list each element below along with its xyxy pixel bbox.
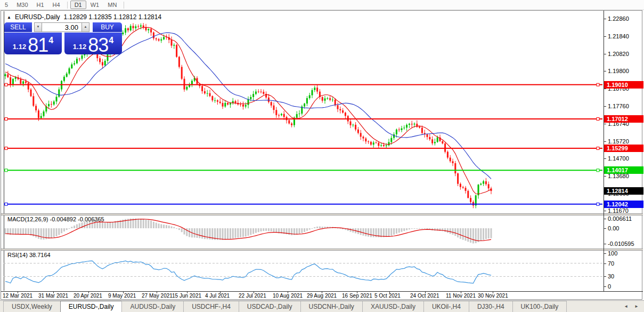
sell-price-sup: 4 — [48, 36, 53, 45]
symbol-tab-xauusd-daily[interactable]: XAUUSD-,Daily — [362, 301, 424, 312]
buy-price-big: 83 — [88, 37, 108, 53]
date-label: 4 Jul 2021 — [205, 293, 230, 299]
date-tick-mark — [254, 291, 254, 293]
tab-scroll-controls: ◄► — [624, 301, 644, 312]
date-label: 11 Nov 2021 — [446, 293, 476, 299]
ohlc-quotes: 1.12829 1.12835 1.12812 1.12814 — [64, 13, 162, 21]
price-tick-mark — [604, 211, 606, 211]
symbol-tab-usdcnh-daily[interactable]: USDCNH-,Daily — [300, 301, 363, 312]
symbol-tab-usdcad-daily[interactable]: USDCAD-,Daily — [239, 301, 301, 312]
symbol-tab-audusd-daily[interactable]: AUDUSD-,Daily — [121, 301, 184, 312]
macd-tick-mark — [604, 228, 606, 229]
level-price-badge: 1.17012 — [604, 115, 643, 123]
sell-price-display[interactable]: 1.12 81 4 — [4, 33, 62, 54]
rsi-label: RSI(14) 38.7164 — [7, 252, 51, 258]
price-tick-label: 1.15720 — [608, 138, 629, 145]
spin-up-icon: ▲ — [84, 25, 87, 28]
price-tick-label: 1.17760 — [608, 103, 629, 109]
volume-input[interactable] — [42, 22, 81, 32]
macd-tick-mark — [604, 219, 606, 219]
price-tick-label: 1.19800 — [608, 68, 629, 74]
level-price-badge: 1.12042 — [604, 201, 643, 208]
symbol-tab-dj30-h4[interactable]: DJ30-,H4 — [469, 301, 513, 312]
panel-separator-macd[interactable] — [1, 213, 643, 215]
date-tick-mark — [389, 291, 390, 293]
date-label: 31 Mar 2021 — [38, 293, 68, 299]
macd-label: MACD(12,26,9) -0.004892 -0.006365 — [7, 216, 104, 222]
rsi-tick-mark — [604, 253, 606, 254]
rsi-tick-label: 0 — [608, 283, 611, 290]
level-price-badge: 1.14017 — [604, 166, 643, 174]
horizontal-level-line-1.17012[interactable] — [4, 118, 602, 121]
buy-button[interactable]: BUY — [93, 22, 122, 32]
rsi-line — [5, 261, 491, 283]
price-tick-mark — [604, 54, 606, 54]
buy-price-small: 1.12 — [73, 43, 86, 51]
sell-price-big: 81 — [28, 37, 48, 53]
buy-price-display[interactable]: 1.12 83 4 — [64, 33, 122, 54]
symbol-tab-eurusd-daily[interactable]: EURUSD-,Daily — [60, 301, 123, 312]
price-tick-mark — [604, 124, 606, 124]
date-tick-mark — [18, 291, 18, 293]
horizontal-level-line-1.12042[interactable] — [4, 203, 602, 205]
sell-price-small: 1.12 — [13, 43, 26, 51]
horizontal-level-line-1.14017[interactable] — [4, 169, 602, 172]
tab-scroll-left-icon[interactable]: ◄ — [624, 304, 628, 309]
price-tick-label: 1.21840 — [608, 33, 629, 39]
macd-tick-label: -0.010595 — [608, 241, 634, 247]
macd-tick-label: 0.00 — [608, 225, 619, 231]
date-label: 30 Nov 2021 — [478, 293, 508, 299]
price-tick-mark — [604, 19, 606, 19]
rsi-tick-mark — [604, 263, 606, 264]
symbol-tab-ukoil-h4[interactable]: UKOil-,H4 — [423, 301, 469, 312]
price-tick-label: 1.22860 — [608, 15, 629, 22]
rsi-tick-label: 70 — [608, 260, 614, 267]
date-label: 27 May 2021 — [142, 293, 173, 299]
date-label: 24 Oct 2021 — [410, 293, 439, 299]
rsi-tick-label: 100 — [608, 250, 617, 257]
buy-price-sup: 4 — [109, 36, 113, 45]
date-tick-mark — [157, 291, 157, 293]
date-tick-mark — [322, 291, 322, 293]
date-label: 5 Oct 2021 — [374, 293, 401, 299]
date-tick-mark — [123, 291, 124, 293]
price-tick-label: 1.20820 — [608, 51, 629, 57]
date-label: 9 May 2021 — [108, 293, 136, 299]
date-label: 22 Jul 2021 — [239, 293, 266, 299]
volume-decrease-button[interactable]: ▼ — [34, 22, 42, 32]
date-tick-mark — [357, 291, 357, 293]
price-tick-mark — [604, 89, 606, 89]
tab-scroll-right-icon[interactable]: ► — [634, 304, 639, 309]
date-tick-mark — [461, 291, 461, 293]
volume-increase-button[interactable]: ▲ — [81, 22, 89, 32]
level-price-badge: 1.15299 — [604, 145, 643, 152]
panel-separator-rsi[interactable] — [1, 249, 643, 251]
current-bid-badge: 1.12814 — [604, 187, 643, 195]
date-tick-mark — [288, 291, 288, 293]
price-tick-mark — [604, 176, 606, 177]
price-tick-mark — [604, 71, 606, 71]
rsi-tick-mark — [604, 286, 606, 287]
date-label: 10 Aug 2021 — [273, 293, 303, 299]
price-tick-mark — [604, 106, 606, 107]
symbol-tab-uk100-daily[interactable]: UK100-,Daily — [512, 301, 567, 312]
rsi-tick-label: 30 — [608, 273, 614, 279]
horizontal-level-line-1.15299[interactable] — [4, 147, 602, 150]
date-tick-mark — [53, 291, 54, 293]
date-tick-mark — [88, 291, 89, 293]
macd-tick-label: 0.006611 — [608, 215, 632, 222]
price-tick-mark — [604, 158, 606, 159]
symbol-tab-usdx-weekly[interactable]: USDX,Weekly — [3, 301, 61, 312]
horizontal-level-line-1.19010[interactable] — [4, 83, 602, 86]
collapse-window-icon[interactable]: ▲ — [7, 15, 11, 20]
date-label: 29 Aug 2021 — [307, 293, 337, 299]
price-tick-label: 1.14700 — [608, 155, 629, 162]
rsi-tick-mark — [604, 276, 606, 277]
sell-button[interactable]: SELL — [4, 22, 32, 32]
price-tick-label: 1.11670 — [608, 207, 629, 214]
date-tick-mark — [220, 291, 221, 293]
symbol-tab-bar: USDX,WeeklyEURUSD-,DailyAUDUSD-,DailyUSD… — [0, 300, 644, 312]
trading-terminal: 5M30H1H4D1W1MN ▲ EURUSD-,Daily 1.12829 1… — [0, 0, 644, 312]
symbol-tab-usdchf-h4[interactable]: USDCHF-,H4 — [183, 301, 239, 312]
symbol-period-label: EURUSD-,Daily — [15, 13, 60, 21]
